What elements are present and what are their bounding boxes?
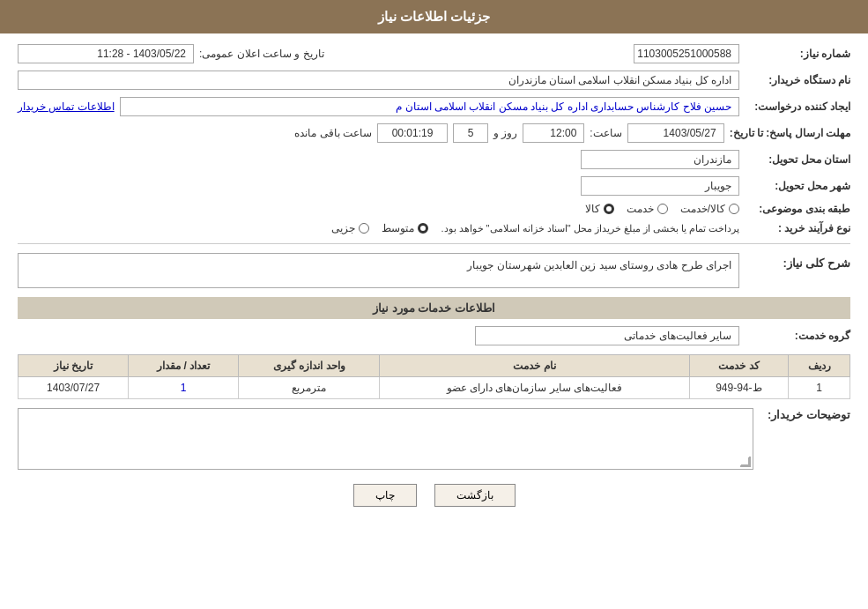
col-header-code: کد خدمت (689, 355, 789, 377)
cell-row: 1 (789, 377, 850, 399)
services-table-section: ردیف کد خدمت نام خدمت واحد اندازه گیری ت… (18, 354, 850, 399)
purchase-type-label: نوع فرآیند خرید : (745, 222, 850, 234)
city-value: جویبار (581, 176, 739, 196)
cell-unit: مترمربع (239, 377, 380, 399)
cell-qty: 1 (129, 377, 239, 399)
province-label: استان محل تحویل: (745, 153, 850, 166)
remaining-label: ساعت باقی مانده (294, 127, 372, 139)
page-header: جزئیات اطلاعات نیاز (0, 0, 868, 33)
creator-label: ایجاد کننده درخواست: (745, 100, 850, 113)
services-section-title: اطلاعات خدمات مورد نیاز (18, 297, 850, 319)
back-button[interactable]: بازگشت (434, 484, 516, 507)
reply-deadline-label: مهلت ارسال پاسخ: تا تاریخ: (730, 127, 850, 139)
reply-time-value: 12:00 (523, 123, 584, 143)
category-option-kala-khedmat[interactable]: کالا/خدمت (680, 203, 739, 215)
col-header-unit: واحد اندازه گیری (239, 355, 380, 377)
purchase-option-motavasset[interactable]: متوسط (382, 222, 428, 234)
buyer-org-label: نام دستگاه خریدار: (745, 74, 850, 86)
col-header-row: ردیف (789, 355, 850, 377)
category-label: طبقه بندی موضوعی: (745, 203, 850, 215)
table-row: 1 ط-94-949 فعالیت‌های سایر سازمان‌های دا… (19, 377, 850, 399)
cell-code: ط-94-949 (689, 377, 789, 399)
description-label: شرح کلی نیاز: (745, 253, 850, 270)
col-header-qty: تعداد / مقدار (129, 355, 239, 377)
buyer-notes-label: توضیحات خریدار: (768, 408, 850, 421)
col-header-name: نام خدمت (380, 355, 689, 377)
services-table: ردیف کد خدمت نام خدمت واحد اندازه گیری ت… (18, 354, 850, 399)
bottom-buttons: بازگشت چاپ (18, 484, 850, 507)
creator-value: حسین فلاح کارشناس حسابداری اداره کل بنیا… (120, 97, 739, 116)
header-title: جزئیات اطلاعات نیاز (378, 9, 490, 24)
reply-day-label: روز و (493, 127, 517, 139)
description-value: اجرای طرح هادی روستای سید زین العابدین ش… (18, 253, 739, 288)
city-label: شهر محل تحویل: (745, 180, 850, 192)
divider-1 (18, 243, 850, 244)
service-group-value: سایر فعالیت‌های خدماتی (475, 326, 739, 345)
radio-icon-checked (418, 223, 428, 234)
radio-icon (729, 204, 739, 214)
reply-date-value: 1403/05/27 (627, 123, 724, 143)
need-number-value: 1103005251000588 (634, 44, 739, 63)
announce-datetime-value: 1403/05/22 - 11:28 (18, 44, 194, 63)
purchase-option-jozi[interactable]: جزیی (331, 222, 369, 234)
reply-time-label: ساعت: (590, 127, 621, 139)
category-option-khedmat[interactable]: خدمت (627, 203, 668, 215)
col-header-date: تاریخ نیاز (19, 355, 129, 377)
contact-info-link[interactable]: اطلاعات تماس خریدار (18, 100, 115, 113)
print-button[interactable]: چاپ (353, 484, 417, 507)
purchase-note: پرداخت تمام یا بخشی از مبلغ خریداز محل "… (441, 223, 739, 234)
reply-day-value: 5 (453, 123, 488, 143)
radio-icon-checked (604, 204, 614, 214)
remaining-value: 00:01:19 (377, 123, 448, 143)
announce-datetime-label: تاریخ و ساعت اعلان عمومی: (199, 48, 324, 60)
cell-name: فعالیت‌های سایر سازمان‌های دارای عضو (380, 377, 689, 399)
province-value: مازندران (581, 150, 739, 169)
category-radio-group: کالا/خدمت خدمت کالا (585, 203, 739, 215)
buyer-org-value: اداره کل بنیاد مسکن انقلاب اسلامی استان … (18, 71, 739, 90)
cell-date: 1403/07/27 (19, 377, 129, 399)
service-group-label: گروه خدمت: (745, 330, 850, 342)
buyer-notes-value (18, 408, 753, 470)
radio-icon (657, 204, 668, 214)
need-number-label: شماره نیاز: (745, 48, 850, 60)
category-option-kala[interactable]: کالا (585, 203, 614, 215)
radio-icon (359, 223, 369, 234)
purchase-type-group: پرداخت تمام یا بخشی از مبلغ خریداز محل "… (331, 222, 739, 234)
